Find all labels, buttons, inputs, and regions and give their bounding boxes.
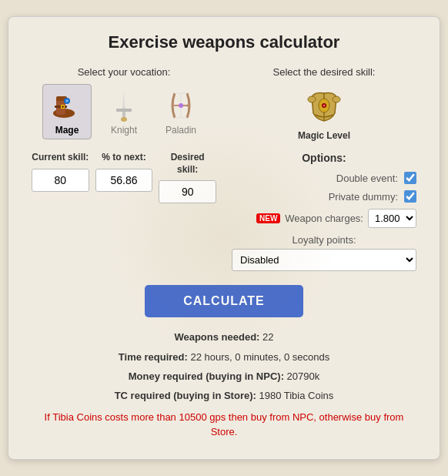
money-label: Money required (buying in NPC):	[129, 370, 284, 382]
money-value: 20790k	[287, 370, 320, 382]
weapon-charges-label: Weapon charges:	[285, 213, 363, 224]
percent-next-field: % to next:	[95, 152, 153, 203]
svg-point-18	[179, 103, 183, 108]
svg-point-24	[323, 105, 326, 107]
svg-rect-7	[62, 106, 64, 108]
weapons-needed-label: Weapons needed:	[174, 331, 259, 343]
skill-section-label: Select the desired skill:	[232, 66, 416, 78]
skill-icon-row	[232, 84, 416, 127]
time-label: Time required:	[119, 351, 188, 363]
svg-point-21	[308, 96, 316, 102]
loyalty-row: Loyalty points: Disabled 5% 10% 15% 20% …	[232, 234, 416, 271]
private-dummy-checkbox[interactable]	[404, 190, 416, 203]
mage-icon	[49, 88, 85, 123]
private-dummy-label: Private dummy:	[329, 191, 398, 203]
loyalty-select[interactable]: Disabled 5% 10% 15% 20% 25%	[232, 249, 416, 271]
page-title: Exercise weapons calculator	[32, 32, 416, 52]
weapon-charges-row: NEW Weapon charges: 500 1.800 3.600	[232, 209, 416, 228]
weapon-charges-select[interactable]: 500 1.800 3.600	[368, 209, 416, 228]
time-required-line: Time required: 22 hours, 0 minutes, 0 se…	[32, 348, 416, 366]
options-title: Options:	[232, 152, 416, 164]
skill-inputs: Current skill: % to next: Desired skill:	[32, 152, 216, 203]
left-panel: Select your vocation:	[32, 66, 216, 271]
time-value: 22 hours, 0 minutes, 0 seconds	[191, 351, 330, 363]
private-dummy-row: Private dummy:	[232, 190, 416, 203]
desired-skill-label: Desired skill:	[159, 152, 216, 176]
money-required-line: Money required (buying in NPC): 20790k	[32, 367, 416, 385]
mage-label: Mage	[55, 125, 79, 136]
paladin-icon	[163, 88, 199, 123]
vocation-mage[interactable]: Mage	[42, 84, 92, 139]
svg-point-4	[65, 99, 69, 102]
paladin-label: Paladin	[165, 125, 196, 136]
right-panel: Select the desired skill:	[232, 66, 416, 271]
double-event-label: Double event:	[336, 173, 398, 184]
vocation-section-label: Select your vocation:	[32, 66, 216, 78]
tc-value: 1980 Tibia Coins	[259, 390, 333, 401]
weapons-needed-value: 22	[262, 331, 273, 343]
desired-skill-input[interactable]	[159, 180, 216, 203]
knight-icon	[106, 88, 142, 123]
percent-next-input[interactable]	[95, 169, 153, 192]
weapons-needed-line: Weapons needed: 22	[32, 328, 416, 346]
desired-skill-field: Desired skill:	[159, 152, 216, 203]
svg-point-22	[333, 96, 340, 102]
percent-next-label: % to next:	[102, 152, 145, 164]
vocation-row: Mage	[32, 84, 216, 139]
selected-skill-name: Magic Level	[232, 130, 416, 141]
double-event-checkbox[interactable]	[404, 172, 416, 184]
current-skill-label: Current skill:	[32, 152, 89, 164]
calculate-button[interactable]: CALCULATE	[145, 285, 303, 317]
magic-level-icon[interactable]	[303, 84, 346, 127]
knight-label: Knight	[111, 125, 137, 136]
tc-label: TC required (buying in Store):	[115, 390, 256, 401]
svg-point-12	[121, 117, 127, 122]
vocation-paladin[interactable]: Paladin	[156, 84, 206, 139]
loyalty-label: Loyalty points:	[292, 234, 356, 246]
current-skill-input[interactable]	[32, 169, 89, 192]
new-badge: NEW	[256, 213, 280, 223]
vocation-knight[interactable]: Knight	[99, 84, 149, 139]
tc-required-line: TC required (buying in Store): 1980 Tibi…	[32, 387, 416, 404]
svg-rect-9	[116, 109, 132, 112]
results: Weapons needed: 22 Time required: 22 hou…	[32, 328, 416, 440]
double-event-row: Double event:	[232, 172, 416, 184]
current-skill-field: Current skill:	[32, 152, 89, 203]
calculate-btn-row: CALCULATE	[32, 285, 416, 317]
calculator-container: Exercise weapons calculator Select your …	[8, 16, 440, 460]
warning-text: If Tibia Coins costs more than 10500 gps…	[32, 410, 416, 440]
